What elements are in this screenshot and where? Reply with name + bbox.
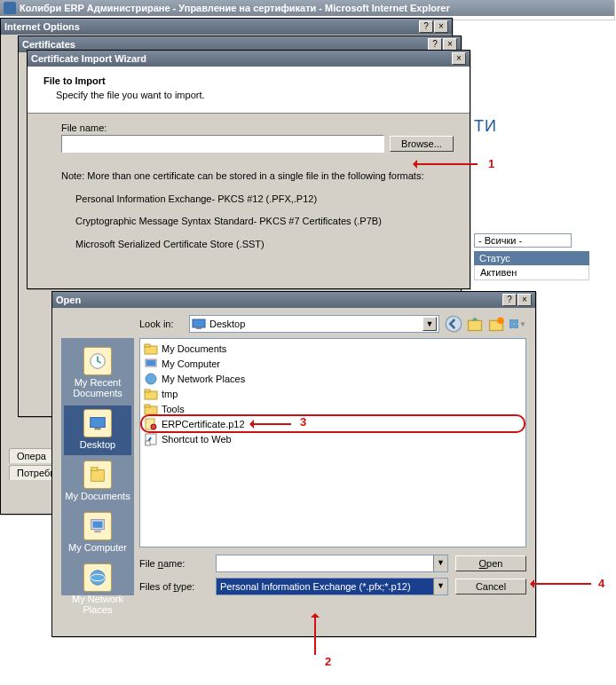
svg-rect-28 [145, 405, 150, 407]
filename-input[interactable] [61, 135, 384, 153]
place-desktop[interactable]: Desktop [64, 405, 131, 455]
svg-rect-7 [515, 319, 518, 323]
svg-rect-8 [510, 325, 514, 328]
annotation-2: 2 [325, 655, 331, 668]
svg-point-5 [497, 318, 504, 325]
dropdown-icon[interactable]: ▼ [433, 555, 447, 571]
annotation-3: 3 [300, 415, 306, 429]
list-item: My Documents [142, 341, 524, 356]
svg-rect-17 [94, 531, 100, 533]
place-recent[interactable]: My Recent Documents [64, 343, 131, 404]
svg-point-24 [146, 374, 156, 384]
svg-rect-32 [146, 441, 150, 445]
certificates-title: Certificates [22, 39, 428, 50]
bg-heading: ТИ [474, 117, 616, 136]
annotation-arrow-3 [252, 423, 291, 425]
dropdown-icon[interactable]: ▼ [433, 579, 447, 594]
help-button[interactable]: ? [428, 38, 442, 51]
filename-label: File name: [61, 122, 454, 133]
help-button[interactable]: ? [419, 20, 433, 33]
folder-icon [144, 387, 158, 401]
svg-point-30 [151, 424, 156, 429]
ie-icon [4, 2, 16, 14]
note-intro: Note: More than one certificate can be s… [61, 169, 454, 185]
bg-filter[interactable]: - Всички - [474, 233, 572, 248]
svg-rect-0 [193, 319, 205, 327]
lookin-combo[interactable]: Desktop ▼ [189, 315, 439, 333]
folder-icon [144, 402, 158, 416]
new-folder-icon[interactable] [487, 315, 505, 333]
annotation-arrow-4 [533, 583, 591, 585]
svg-rect-12 [94, 428, 100, 430]
open-filetype-combo[interactable]: Personal Information Exchange (*.pfx;*.p… [216, 578, 448, 595]
back-icon[interactable] [445, 315, 462, 333]
bg-status-value: Активен [474, 265, 589, 280]
browser-title: Колибри ERP Администриране - Управление … [20, 3, 611, 13]
svg-point-18 [91, 571, 106, 586]
note-item: Cryptographic Message Syntax Standard- P… [75, 214, 454, 230]
list-item: My Network Places [142, 371, 524, 386]
list-item: My Computer [142, 356, 524, 371]
svg-rect-13 [91, 470, 105, 482]
open-title: Open [56, 295, 502, 305]
close-button[interactable]: × [452, 52, 466, 65]
svg-rect-26 [145, 390, 150, 392]
bg-status-header: Статус [474, 251, 589, 265]
open-filetype-label: Files of type: [139, 581, 209, 592]
open-dialog: Open ? × Look in: Desktop ▼ ▼ My Recent … [51, 291, 536, 637]
place-documents[interactable]: My Documents [64, 457, 131, 507]
open-filename-label: File name: [139, 558, 209, 569]
file-list[interactable]: My Documents My Computer My Network Plac… [139, 338, 526, 547]
place-computer[interactable]: My Computer [64, 508, 131, 558]
svg-rect-3 [469, 320, 482, 330]
up-icon[interactable] [466, 315, 484, 333]
open-button[interactable]: Open [455, 555, 526, 571]
list-item: Shortcut to Web [142, 431, 524, 446]
svg-rect-6 [510, 319, 514, 323]
internet-options-title: Internet Options [4, 21, 419, 32]
svg-rect-21 [145, 344, 150, 347]
lookin-value: Desktop [206, 319, 423, 329]
shortcut-icon [144, 432, 158, 446]
desktop-icon [192, 317, 206, 331]
svg-rect-16 [93, 522, 103, 528]
svg-rect-14 [91, 468, 98, 471]
list-item: tmp [142, 386, 524, 401]
note-item: Personal Information Exchange- PKCS #12 … [75, 192, 454, 208]
annotation-4: 4 [598, 577, 604, 590]
note-item: Microsoft Serialized Certificate Store (… [75, 237, 454, 253]
background-panel: ТИ - Всички - Статус Активен [474, 55, 616, 280]
folder-icon [144, 342, 158, 356]
tab-opera[interactable]: Опера [9, 448, 54, 463]
list-item: Tools [142, 401, 524, 416]
cert-import-wizard: Certificate Import Wizard × File to Impo… [27, 50, 470, 289]
close-button[interactable]: × [434, 20, 448, 33]
computer-icon [144, 357, 158, 371]
annotation-arrow-1 [415, 163, 478, 165]
open-filename-input[interactable]: ▼ [216, 555, 448, 572]
svg-rect-11 [91, 418, 106, 428]
wizard-title: Certificate Import Wizard [31, 53, 452, 64]
svg-rect-9 [515, 325, 518, 328]
browse-button[interactable]: Browse... [390, 136, 454, 152]
help-button[interactable]: ? [502, 294, 517, 306]
list-item-selected: ERPCertificate.p12 [142, 416, 524, 431]
certificate-icon [144, 417, 158, 431]
cancel-button[interactable]: Cancel [455, 579, 526, 594]
wizard-header: File to Import [43, 75, 454, 86]
annotation-arrow-2 [314, 616, 316, 655]
places-bar: My Recent Documents Desktop My Documents… [61, 338, 134, 595]
svg-rect-23 [146, 360, 155, 366]
lookin-label: Look in: [139, 319, 184, 329]
svg-point-2 [446, 316, 462, 332]
svg-rect-1 [196, 327, 201, 329]
close-button[interactable]: × [443, 38, 457, 51]
place-network[interactable]: My Network Places [64, 560, 131, 620]
wizard-header-area: File to Import Specify the file you want… [28, 67, 470, 114]
close-button[interactable]: × [517, 294, 532, 306]
views-icon[interactable]: ▼ [509, 315, 526, 333]
wizard-subheader: Specify the file you want to import. [56, 90, 454, 100]
network-icon [144, 372, 158, 386]
annotation-1: 1 [488, 157, 494, 170]
dropdown-icon[interactable]: ▼ [423, 317, 437, 331]
